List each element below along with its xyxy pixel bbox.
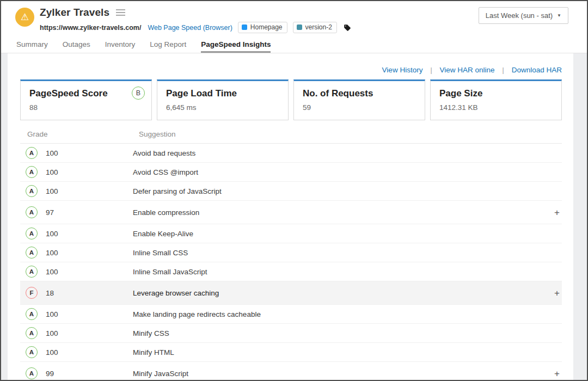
view-history-link[interactable]: View History [382, 66, 423, 74]
date-range-value: Last Week (sun - sat) [486, 11, 553, 20]
expand-plus-icon[interactable]: + [554, 288, 560, 298]
grade-badge: A [26, 147, 38, 159]
card-page-load-time: Page Load Time 6,645 ms [157, 79, 289, 120]
column-header-suggestion: Suggestion [139, 130, 176, 138]
table-row: A99Minify JavaScript+ [20, 362, 562, 380]
table-row: A100Minify CSS [20, 324, 562, 343]
suggestion-text: Enable compression [133, 208, 199, 217]
table-row: A100Minify HTML [20, 343, 562, 362]
grade-score: 100 [46, 348, 133, 357]
monitor-header: ⚠ Zylker Travels https://www.zylker-trav… [1, 1, 587, 37]
action-links: View History | View HAR online | Downloa… [20, 53, 562, 79]
card-value: 6,645 ms [166, 103, 279, 112]
suggestion-text: Minify JavaScript [133, 370, 188, 378]
date-range-dropdown[interactable]: Last Week (sun - sat) ▼ [479, 7, 568, 24]
tab-log-report[interactable]: Log Report [150, 40, 186, 53]
grade-score: 18 [46, 289, 133, 297]
chevron-down-icon: ▼ [557, 13, 561, 18]
card-value: 88 [29, 103, 143, 112]
grade-badge: A [26, 308, 38, 320]
link-separator: | [503, 66, 504, 74]
table-row: A97Enable compression+ [20, 201, 562, 224]
grade-score: 100 [46, 310, 133, 318]
suggestion-text: Inline Small CSS [133, 249, 188, 257]
suggestion-text: Avoid CSS @import [133, 168, 198, 176]
tab-summary[interactable]: Summary [16, 40, 48, 53]
grade-score: 100 [46, 187, 133, 195]
tab-inventory[interactable]: Inventory [105, 40, 136, 53]
monitor-tabs: Summary Outages Inventory Log Report Pag… [1, 37, 587, 53]
table-row: A100Avoid CSS @import [20, 163, 562, 182]
suggestion-text: Minify CSS [133, 329, 169, 337]
grade-badge: A [26, 166, 38, 178]
suggestion-text: Enable Keep-Alive [133, 230, 193, 238]
grade-score: 100 [46, 249, 133, 257]
overall-grade-badge: B [132, 87, 145, 100]
pagespeed-panel: View History | View HAR online | Downloa… [8, 53, 573, 380]
suggestion-text: Make landing page redirects cacheable [133, 310, 261, 318]
menu-icon[interactable] [115, 8, 126, 17]
suggestion-text: Defer parsing of JavaScript [133, 187, 222, 195]
monitor-type-link[interactable]: Web Page Speed (Browser) [148, 24, 232, 32]
grade-score: 100 [46, 149, 133, 157]
grade-badge: A [26, 346, 38, 358]
grade-score: 100 [46, 168, 133, 176]
expand-plus-icon[interactable]: + [554, 369, 560, 378]
card-page-size: Page Size 1412.31 KB [430, 79, 562, 120]
table-row: A100Defer parsing of JavaScript [20, 182, 562, 201]
card-title: No. of Requests [303, 88, 416, 99]
grade-score: 100 [46, 268, 133, 276]
table-row: A100Avoid bad requests [20, 144, 562, 163]
grade-score: 100 [46, 329, 133, 337]
table-row: A100Enable Keep-Alive [20, 224, 562, 243]
link-separator: | [430, 66, 432, 74]
monitor-url: https://www.zylker-travels.com/ [40, 24, 141, 32]
card-pagespeed-score: PageSpeed Score 88 B [20, 79, 152, 120]
monitor-status-avatar: ⚠ [15, 8, 34, 27]
grade-badge: A [26, 228, 38, 239]
tab-pagespeed-insights[interactable]: PageSpeed Insights [201, 40, 271, 53]
warning-icon: ⚠ [21, 11, 29, 23]
suggestion-text: Inline Small JavaScript [133, 268, 207, 276]
table-row: A100Make landing page redirects cacheabl… [20, 305, 562, 324]
page-title: Zylker Travels [40, 7, 109, 19]
tag-badge-version[interactable]: version-2 [293, 22, 337, 33]
tab-outages[interactable]: Outages [63, 40, 90, 53]
card-value: 59 [303, 103, 416, 112]
view-har-online-link[interactable]: View HAR online [440, 66, 495, 74]
tag-badge-label: Homepage [250, 23, 283, 31]
tag-badge-label: version-2 [305, 23, 332, 31]
card-no-of-requests: No. of Requests 59 [293, 79, 425, 120]
grade-badge: A [26, 247, 38, 259]
main-area: View History | View HAR online | Downloa… [1, 53, 587, 380]
suggestion-text: Avoid bad requests [133, 149, 195, 157]
download-har-link[interactable]: Download HAR [512, 66, 562, 74]
expand-plus-icon[interactable]: + [554, 208, 560, 217]
grade-badge: A [26, 327, 38, 339]
tag-icon[interactable] [344, 24, 351, 32]
suggestions-table-header: Grade Suggestion [20, 120, 562, 144]
grade-badge: A [26, 185, 38, 197]
card-value: 1412.31 KB [439, 103, 553, 112]
table-row: A100Inline Small CSS [20, 243, 562, 262]
column-header-grade: Grade [27, 130, 139, 138]
grade-badge: A [26, 367, 38, 379]
card-title: PageSpeed Score [29, 88, 143, 99]
tag-badge-homepage[interactable]: Homepage [238, 22, 287, 33]
suggestions-table-body: A100Avoid bad requestsA100Avoid CSS @imp… [20, 144, 562, 380]
grade-badge: A [26, 266, 38, 278]
tag-color-swatch [297, 24, 302, 30]
card-title: Page Size [439, 88, 553, 99]
card-title: Page Load Time [166, 88, 279, 99]
suggestion-text: Leverage browser caching [133, 289, 219, 297]
suggestion-text: Minify HTML [133, 348, 174, 357]
grade-score: 99 [46, 370, 133, 378]
app-window: ⚠ Zylker Travels https://www.zylker-trav… [0, 0, 588, 381]
summary-cards: PageSpeed Score 88 B Page Load Time 6,64… [20, 79, 562, 120]
grade-score: 97 [46, 208, 133, 217]
table-row: A100Inline Small JavaScript [20, 262, 562, 281]
grade-badge: A [26, 206, 38, 218]
grade-badge: F [26, 287, 38, 299]
tag-color-swatch [242, 24, 247, 30]
grade-score: 100 [46, 230, 133, 238]
